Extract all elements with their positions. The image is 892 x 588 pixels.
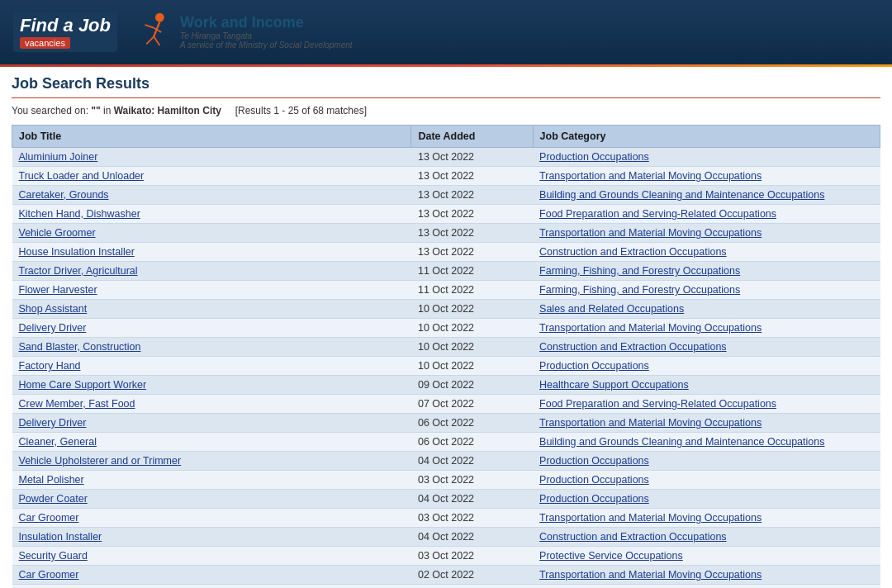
find-a-job-subtitle: vacancies <box>20 37 70 49</box>
job-category-link[interactable]: Protective Service Occupations <box>539 550 683 562</box>
job-title-cell: Delivery Driver <box>12 319 411 338</box>
job-title-cell: Home Care Support Worker <box>12 376 411 395</box>
job-title-cell: Tractor Driver, Agricultural <box>12 262 411 281</box>
job-category-link[interactable]: Food Preparation and Serving-Related Occ… <box>539 208 776 220</box>
job-title-cell: Factory Hand <box>12 357 411 376</box>
job-category-link[interactable]: Production Occupations <box>539 151 649 163</box>
work-income-text: Work and Income Te Hiranga Tangata A ser… <box>180 15 353 50</box>
table-row: Vehicle Upholsterer and or Trimmer04 Oct… <box>12 452 880 471</box>
job-category-link[interactable]: Farming, Fishing, and Forestry Occupatio… <box>539 284 740 296</box>
job-category-link[interactable]: Construction and Extraction Occupations <box>539 246 727 258</box>
find-a-job-title: Find a Job <box>20 16 111 36</box>
job-category-link[interactable]: Farming, Fishing, and Forestry Occupatio… <box>539 265 740 277</box>
job-category-link[interactable]: Production Occupations <box>539 493 649 505</box>
job-title-link[interactable]: Sand Blaster, Construction <box>19 341 141 353</box>
job-title-link[interactable]: Vehicle Upholsterer and or Trimmer <box>19 455 182 467</box>
table-row: Tractor Driver, Agricultural11 Oct 2022F… <box>12 262 880 281</box>
job-date-cell: 03 Oct 2022 <box>411 509 533 528</box>
job-category-link[interactable]: Construction and Extraction Occupations <box>539 341 727 353</box>
job-title-cell: Flower Harvester <box>12 281 411 300</box>
job-title-link[interactable]: Crew Member, Fast Food <box>19 398 135 410</box>
job-date-cell: 13 Oct 2022 <box>411 205 533 224</box>
job-category-cell: Production Occupations <box>533 357 880 376</box>
job-title-cell: Insulation Installer <box>12 528 411 547</box>
job-category-cell: Transportation and Material Moving Occup… <box>533 509 880 528</box>
job-category-link[interactable]: Transportation and Material Moving Occup… <box>539 322 762 334</box>
table-row: Powder Coater04 Oct 2022Production Occup… <box>12 490 880 509</box>
job-date-cell: 09 Oct 2022 <box>411 376 533 395</box>
job-title-cell: Delivery Driver <box>12 414 411 433</box>
page-title: Job Search Results <box>12 75 880 98</box>
job-title-link[interactable]: Flower Harvester <box>19 284 97 296</box>
job-date-cell: 10 Oct 2022 <box>411 300 533 319</box>
job-category-cell: Building and Grounds Cleaning and Mainte… <box>533 433 880 452</box>
job-category-link[interactable]: Building and Grounds Cleaning and Mainte… <box>539 436 824 448</box>
find-a-job-logo: Find a Job vacancies <box>13 12 117 52</box>
job-title-cell: Crew Member, Fast Food <box>12 395 411 414</box>
job-category-link[interactable]: Healthcare Support Occupations <box>539 379 689 391</box>
job-category-link[interactable]: Production Occupations <box>539 455 649 467</box>
job-title-link[interactable]: Metal Polisher <box>19 474 84 486</box>
work-income-tagline: A service of the Ministry of Social Deve… <box>180 40 353 50</box>
job-category-cell: Food Preparation and Serving-Related Occ… <box>533 205 880 224</box>
job-category-link[interactable]: Production Occupations <box>539 474 649 486</box>
job-title-link[interactable]: Caretaker, Grounds <box>19 189 109 201</box>
table-row: Metal Polisher03 Oct 2022Production Occu… <box>12 471 880 490</box>
job-title-cell: Cleaner, General <box>12 433 411 452</box>
job-title-link[interactable]: Powder Coater <box>19 493 88 505</box>
job-date-cell: 04 Oct 2022 <box>411 490 533 509</box>
job-category-link[interactable]: Sales and Related Occupations <box>539 303 684 315</box>
svg-line-3 <box>154 36 159 45</box>
job-category-link[interactable]: Food Preparation and Serving-Related Occ… <box>539 398 776 410</box>
job-title-cell: House Insulation Installer <box>12 243 411 262</box>
svg-line-2 <box>146 36 154 44</box>
job-title-cell: Car Groomer <box>12 566 411 585</box>
job-category-cell: Production Occupations <box>533 148 880 167</box>
job-title-link[interactable]: Insulation Installer <box>19 531 102 543</box>
job-date-cell: 13 Oct 2022 <box>411 186 533 205</box>
job-category-cell: Construction and Extraction Occupations <box>533 243 880 262</box>
job-date-cell: 06 Oct 2022 <box>411 414 533 433</box>
job-title-link[interactable]: Kitchen Hand, Dishwasher <box>19 208 140 220</box>
job-title-cell: Metal Polisher <box>12 471 411 490</box>
job-category-cell: Construction and Extraction Occupations <box>533 528 880 547</box>
job-category-link[interactable]: Transportation and Material Moving Occup… <box>539 417 762 429</box>
job-date-cell: 11 Oct 2022 <box>411 281 533 300</box>
job-title-link[interactable]: Truck Loader and Unloader <box>19 170 145 182</box>
results-table: Job Title Date Added Job Category Alumin… <box>12 125 880 588</box>
job-category-link[interactable]: Construction and Extraction Occupations <box>539 531 727 543</box>
job-category-cell: Food Preparation and Serving-Related Occ… <box>533 395 880 414</box>
table-row: Shop Assistant10 Oct 2022Sales and Relat… <box>12 300 880 319</box>
job-title-cell: Caretaker, Grounds <box>12 186 411 205</box>
job-category-cell: Transportation and Material Moving Occup… <box>533 167 880 186</box>
job-title-link[interactable]: Security Guard <box>19 550 88 562</box>
job-category-link[interactable]: Production Occupations <box>539 360 649 372</box>
job-date-cell: 11 Oct 2022 <box>411 262 533 281</box>
site-header: Find a Job vacancies Work and Income Te … <box>0 0 892 64</box>
table-row: Caretaker, Grounds13 Oct 2022Building an… <box>12 186 880 205</box>
job-category-link[interactable]: Transportation and Material Moving Occup… <box>539 227 762 239</box>
job-title-link[interactable]: Cleaner, General <box>19 436 97 448</box>
job-title-link[interactable]: Car Groomer <box>19 512 79 524</box>
job-date-cell: 10 Oct 2022 <box>411 319 533 338</box>
job-category-link[interactable]: Transportation and Material Moving Occup… <box>539 170 762 182</box>
job-title-link[interactable]: Vehicle Groomer <box>19 227 96 239</box>
job-title-link[interactable]: House Insulation Installer <box>19 246 135 258</box>
job-category-link[interactable]: Transportation and Material Moving Occup… <box>539 569 762 581</box>
job-category-cell: Protective Service Occupations <box>533 547 880 566</box>
job-title-cell: Sand Blaster, Construction <box>12 338 411 357</box>
job-date-cell: 07 Oct 2022 <box>411 395 533 414</box>
job-title-link[interactable]: Delivery Driver <box>19 322 87 334</box>
job-date-cell: 03 Oct 2022 <box>411 547 533 566</box>
job-title-link[interactable]: Shop Assistant <box>19 303 88 315</box>
job-title-link[interactable]: Delivery Driver <box>19 417 87 429</box>
job-title-link[interactable]: Factory Hand <box>19 360 81 372</box>
job-date-cell: 13 Oct 2022 <box>411 167 533 186</box>
job-title-link[interactable]: Car Groomer <box>19 569 79 581</box>
job-title-link[interactable]: Tractor Driver, Agricultural <box>19 265 138 277</box>
table-row: Sand Blaster, Construction10 Oct 2022Con… <box>12 338 880 357</box>
job-category-link[interactable]: Transportation and Material Moving Occup… <box>539 512 762 524</box>
job-title-link[interactable]: Home Care Support Worker <box>19 379 147 391</box>
job-category-link[interactable]: Building and Grounds Cleaning and Mainte… <box>539 189 824 201</box>
job-title-link[interactable]: Aluminium Joiner <box>19 151 98 163</box>
